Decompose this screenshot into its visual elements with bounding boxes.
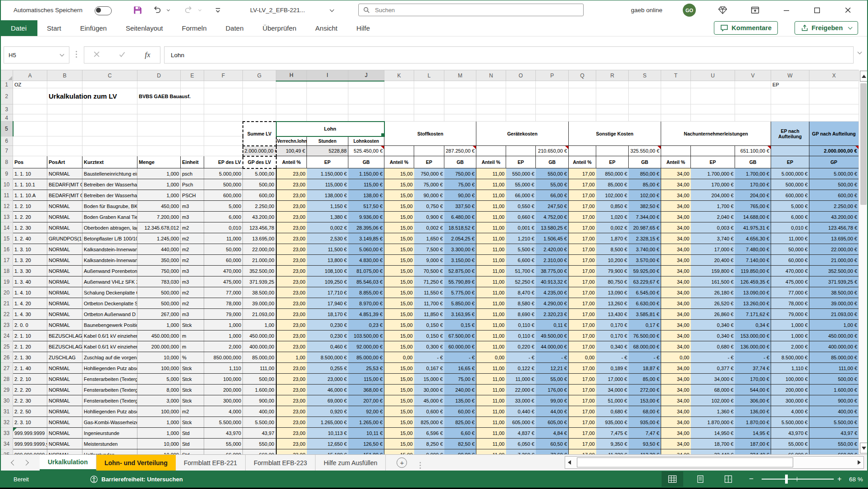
cell-K29[interactable]: 15,00 [384,385,414,395]
cell-L20[interactable]: 11,550 € [414,287,444,298]
cell-A25[interactable]: 2. 1. 20 [13,341,47,352]
cell-G13[interactable]: 43.200,00 [243,212,276,222]
cell-E33[interactable]: Std [181,428,204,439]
cell-E31[interactable]: m2 [181,406,204,417]
cell-O25[interactable]: 0,220 € [506,341,536,352]
cell-B10[interactable]: BEDARF(MIT G [47,179,82,190]
cell-K33[interactable]: 15,00 [384,428,414,439]
cell-N15[interactable]: 11,00 [476,233,506,244]
cell-F2[interactable] [204,88,243,104]
cell-W21[interactable]: 78,000 € [771,298,809,309]
cell-L35[interactable]: 9,900 € [414,449,444,455]
cell-R23[interactable]: 0,170 € [596,320,629,331]
cell-U21[interactable]: 26,520 € [691,298,735,309]
cell-P22[interactable]: 2.320,23 € [536,309,569,320]
cell-L3[interactable] [414,104,444,114]
cell-V9[interactable]: 1.700,00 € [735,168,771,179]
ribbon-tab-überprüfen[interactable]: Überprüfen [253,20,306,36]
cell-G4[interactable] [243,114,276,122]
cell-T13[interactable]: 34,00 [661,212,691,222]
cell-Q30[interactable]: 17,00 [569,395,596,406]
cell-L34[interactable]: 8,250 € [414,439,444,449]
cell-P13[interactable]: 4.752,00 € [536,212,569,222]
cell-T16[interactable]: 34,00 [661,244,691,255]
column-header-C[interactable]: C [82,70,137,81]
cell-Q25[interactable]: 17,00 [569,341,596,352]
cell-T25[interactable]: 34,00 [661,341,691,352]
undo-icon[interactable] [151,0,163,20]
cell-row7-group0-1[interactable]: 5228,88 [307,146,348,156]
cell-M3[interactable] [444,104,476,114]
cell-S4[interactable] [629,114,661,122]
cell-O22[interactable]: 8,690 € [506,309,536,320]
cell-V3[interactable] [735,104,771,114]
cell-H33[interactable]: 23,00 [276,428,307,439]
cell-C7[interactable] [82,146,137,156]
cell-V2[interactable] [735,88,771,104]
cell-L11[interactable]: 90,000 € [414,190,444,201]
cell-F27[interactable]: 1,110 [204,363,243,374]
cell-L10[interactable]: 75,000 € [414,179,444,190]
sheet-tab-urkalkulation[interactable]: Urkalkulation [40,455,96,471]
cell-F22[interactable]: 79,000 [204,309,243,320]
cell-K17[interactable]: 15,00 [384,255,414,266]
cell-W35[interactable]: 66,000 € [771,449,809,455]
cell-V27[interactable]: 37,74 € [735,363,771,374]
cell-J31[interactable]: 92,00 € [348,406,384,417]
cell-G1[interactable] [243,81,276,88]
subheader-verrechn-lohn[interactable]: Verrechn.lohn [276,136,307,146]
cell-N16[interactable]: 11,00 [476,244,506,255]
cell-N27[interactable]: 11,00 [476,363,506,374]
cell-H15[interactable]: 23,00 [276,233,307,244]
cell-W33[interactable]: 43,970 € [771,428,809,439]
cell-R31[interactable]: 0,680 € [596,406,629,417]
cell-N3[interactable] [476,104,506,114]
cell-C3[interactable] [82,104,137,114]
cell-O11[interactable]: 66,000 € [506,190,536,201]
group-header-sonstige-kosten[interactable]: Sonstige Kosten [569,122,661,146]
scroll-right-icon[interactable] [858,460,861,465]
row-header-12[interactable]: 12 [0,201,13,212]
zoom-slider-thumb[interactable] [785,475,788,484]
cell-A13[interactable]: 1. 2. 20 [13,212,47,222]
cell-M17[interactable]: 3.150,00 € [444,255,476,266]
cell-F16[interactable]: 50,000 [204,244,243,255]
cell-T12[interactable]: 34,00 [661,201,691,212]
cell-W25[interactable]: 2,000 € [771,341,809,352]
cell-E15[interactable]: m2 [181,233,204,244]
cell-F30[interactable]: 300,000 [204,395,243,406]
cell-L28[interactable]: 15,000 € [414,374,444,385]
cell-Q11[interactable]: 17,00 [569,190,596,201]
cell-N13[interactable]: 11,00 [476,212,506,222]
subheader-lohnkosten[interactable]: Lohnkosten [348,136,384,146]
cell-K18[interactable]: 15,00 [384,266,414,276]
cell-U12[interactable]: 1,700 € [691,201,735,212]
cell-row7-group2-1[interactable] [506,146,536,156]
cell-row7-group4-2[interactable]: 651.100,00 € [735,146,771,156]
cell-N14[interactable]: 11,00 [476,222,506,233]
cell-F4[interactable] [204,114,243,122]
cell-M30[interactable]: 135,00 € [444,395,476,406]
cell-D25[interactable]: 200.000,000 [137,341,181,352]
cell-F28[interactable]: 100,000 [204,374,243,385]
cell-I33[interactable]: 10,113 € [307,428,348,439]
cell-I18[interactable]: 108,100 € [307,266,348,276]
cell-I19[interactable]: 109,250 € [307,276,348,287]
caption-g2-gb[interactable]: GB [536,156,569,168]
autosave-toggle[interactable] [95,6,112,15]
column-header-M[interactable]: M [444,70,476,81]
caption-gp-des-lv[interactable]: GP des LV [243,156,276,168]
cell-D3[interactable] [137,104,181,114]
cell-O26[interactable]: - € [506,352,536,363]
search-input[interactable] [374,6,579,14]
cell-C13[interactable]: Boden Graben Kanal Tiefe bis [82,212,137,222]
cell-A6[interactable] [13,136,47,146]
cell-G30[interactable]: 900,00 [243,395,276,406]
cell-B13[interactable]: NORMAL [47,212,82,222]
cell-X1[interactable] [809,81,859,88]
cell-D16[interactable]: 440,000 [137,244,181,255]
cell-L19[interactable]: 71,250 € [414,276,444,287]
document-title-dropdown-icon[interactable] [327,0,334,20]
cell-M35[interactable]: 99,00 € [444,449,476,455]
cell-K27[interactable]: 15,00 [384,363,414,374]
